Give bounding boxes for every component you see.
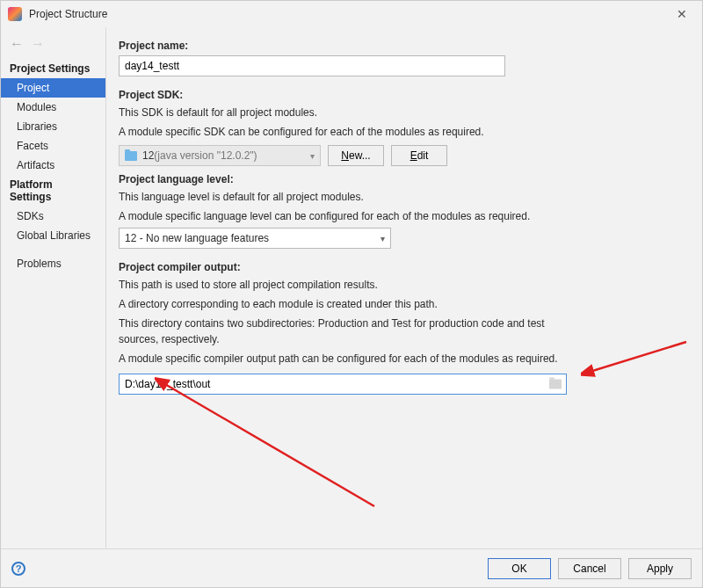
sidebar-item-global-libraries[interactable]: Global Libraries bbox=[1, 226, 105, 245]
new-sdk-button[interactable]: New... bbox=[328, 145, 384, 166]
main-panel: Project name: Project SDK: This SDK is d… bbox=[106, 27, 702, 548]
titlebar: Project Structure ✕ bbox=[1, 1, 702, 27]
lang-desc-2: A module specific language level can be … bbox=[119, 208, 678, 224]
close-icon[interactable]: ✕ bbox=[669, 7, 695, 21]
compiler-output-input[interactable] bbox=[119, 374, 567, 395]
sidebar-item-sdks[interactable]: SDKs bbox=[1, 207, 105, 226]
nav-back-icon[interactable]: ← bbox=[10, 36, 24, 52]
label-compiler-output: Project compiler output: bbox=[119, 261, 678, 273]
sdk-value-detail: (java version "12.0.2") bbox=[154, 149, 257, 162]
svg-line-1 bbox=[163, 383, 374, 506]
chevron-down-icon: ▾ bbox=[310, 151, 315, 161]
section-header-project-settings: Project Settings bbox=[1, 59, 105, 78]
output-desc-2: A directory corresponding to each module… bbox=[119, 296, 678, 312]
label-project-sdk: Project SDK: bbox=[119, 89, 678, 101]
help-icon[interactable]: ? bbox=[11, 562, 25, 576]
project-name-input[interactable] bbox=[119, 55, 505, 76]
project-structure-dialog: Project Structure ✕ ← → Project Settings… bbox=[0, 0, 703, 588]
language-level-value: 12 - No new language features bbox=[125, 232, 269, 244]
sidebar-item-libraries[interactable]: Libraries bbox=[1, 117, 105, 136]
app-icon bbox=[8, 7, 22, 21]
sdk-desc-2: A module specific SDK can be configured … bbox=[119, 124, 678, 140]
chevron-down-icon: ▾ bbox=[380, 234, 385, 243]
sidebar-item-project[interactable]: Project bbox=[1, 78, 105, 98]
output-desc-4: A module specific compiler output path c… bbox=[119, 351, 558, 367]
sdk-value-num: 12 bbox=[142, 149, 154, 162]
lang-desc-1: This language level is default for all p… bbox=[119, 189, 678, 205]
browse-folder-icon[interactable] bbox=[549, 380, 562, 389]
edit-sdk-button[interactable]: Edit bbox=[391, 145, 447, 166]
nav-forward-icon[interactable]: → bbox=[31, 36, 45, 52]
section-header-platform-settings: Platform Settings bbox=[1, 175, 105, 207]
sidebar-item-artifacts[interactable]: Artifacts bbox=[1, 156, 105, 175]
output-desc-1: This path is used to store all project c… bbox=[119, 277, 678, 293]
language-level-dropdown[interactable]: 12 - No new language features ▾ bbox=[119, 228, 391, 249]
sidebar-item-modules[interactable]: Modules bbox=[1, 98, 105, 117]
label-project-name: Project name: bbox=[119, 40, 678, 52]
ok-button[interactable]: OK bbox=[488, 558, 551, 579]
output-desc-3: This directory contains two subdirectori… bbox=[119, 316, 558, 347]
dialog-footer: ? OK Cancel Apply bbox=[1, 548, 702, 587]
label-language-level: Project language level: bbox=[119, 173, 678, 185]
folder-icon bbox=[125, 151, 137, 161]
sidebar-item-problems[interactable]: Problems bbox=[1, 254, 105, 273]
sidebar: ← → Project Settings Project Modules Lib… bbox=[1, 27, 106, 548]
apply-button[interactable]: Apply bbox=[628, 558, 692, 579]
project-sdk-dropdown[interactable]: 12 (java version "12.0.2") ▾ bbox=[119, 145, 321, 166]
sdk-desc-1: This SDK is default for all project modu… bbox=[119, 105, 678, 120]
annotation-arrow bbox=[155, 374, 383, 515]
cancel-button[interactable]: Cancel bbox=[558, 558, 621, 579]
sidebar-item-facets[interactable]: Facets bbox=[1, 136, 105, 156]
window-title: Project Structure bbox=[29, 8, 669, 20]
